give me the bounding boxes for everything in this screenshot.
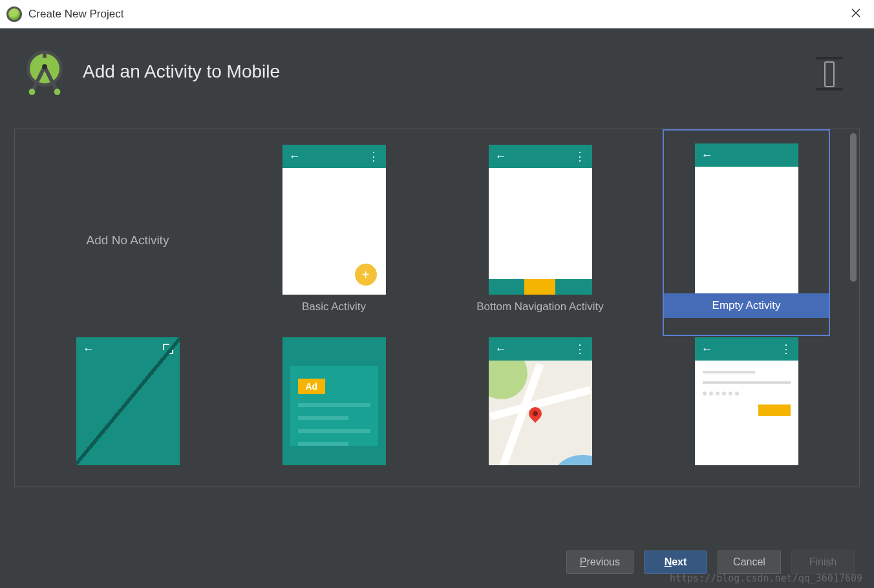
activity-preview: ← ⋮: [489, 145, 592, 295]
wizard-content: Add No Activity ← ⋮ + Basic Activity ←: [0, 114, 874, 536]
activity-tile-add-no-activity[interactable]: Add No Activity: [44, 129, 211, 336]
ad-badge: Ad: [298, 379, 326, 394]
activity-tile-basic-activity[interactable]: ← ⋮ + Basic Activity: [250, 129, 418, 336]
activity-preview: ← ⋮: [489, 337, 592, 465]
overflow-menu-icon: ⋮: [780, 347, 792, 351]
activity-label: Basic Activity: [250, 295, 418, 319]
svg-rect-2: [43, 51, 47, 58]
activity-tile-login-activity[interactable]: ← ⋮: [663, 336, 830, 465]
back-arrow-icon: ←: [495, 150, 507, 163]
window-titlebar: Create New Project: [0, 0, 874, 28]
activity-gallery: Add No Activity ← ⋮ + Basic Activity ←: [14, 129, 860, 487]
next-button[interactable]: Next: [644, 551, 707, 574]
svg-point-4: [54, 89, 61, 95]
close-icon[interactable]: [851, 6, 861, 21]
previous-button[interactable]: Previous: [566, 551, 634, 574]
android-studio-large-icon: [19, 47, 70, 97]
activity-tile-bottom-navigation-activity[interactable]: ← ⋮ Bottom Navigation Activity: [456, 129, 624, 336]
scrollbar-thumb[interactable]: [850, 133, 857, 282]
svg-point-5: [42, 64, 47, 69]
activity-label: Add No Activity: [44, 227, 211, 253]
back-arrow-icon: ←: [701, 149, 713, 162]
mobile-device-icon: [811, 54, 848, 92]
activity-tile-fullscreen-activity[interactable]: ←: [44, 336, 211, 465]
overflow-menu-icon: ⋮: [574, 347, 586, 351]
activity-preview: Ad: [282, 337, 386, 465]
page-title: Add an Activity to Mobile: [83, 61, 280, 82]
svg-point-3: [29, 89, 36, 95]
activity-preview: ← ⋮: [695, 337, 798, 465]
finish-button: Finish: [791, 551, 855, 574]
back-arrow-icon: ←: [701, 342, 713, 356]
overflow-menu-icon: ⋮: [368, 154, 379, 158]
wizard-header: Add an Activity to Mobile: [0, 28, 874, 114]
activity-tile-empty-activity[interactable]: ← Empty Activity: [663, 129, 830, 336]
overflow-menu-icon: ⋮: [574, 154, 586, 158]
back-arrow-icon: ←: [495, 342, 507, 356]
activity-tile-admob-ads-activity[interactable]: Ad: [250, 336, 418, 465]
android-studio-icon: [6, 6, 22, 22]
back-arrow-icon: ←: [289, 150, 301, 163]
activity-preview: ←: [76, 337, 180, 465]
cancel-button[interactable]: Cancel: [718, 551, 781, 574]
activity-tile-google-maps-activity[interactable]: ← ⋮: [456, 336, 624, 465]
wizard-footer: Previous Next Cancel Finish https://blog…: [0, 536, 874, 588]
activity-preview: ←: [695, 143, 798, 293]
svg-rect-8: [816, 88, 843, 90]
activity-preview: ← ⋮ +: [282, 145, 386, 295]
svg-rect-6: [816, 57, 843, 59]
watermark-text: https://blog.csdn.net/qq_36017609: [670, 572, 862, 584]
fab-icon: +: [355, 264, 377, 286]
svg-rect-7: [825, 62, 834, 87]
activity-label: Empty Activity: [663, 293, 830, 318]
window-title: Create New Project: [28, 8, 123, 21]
activity-label: Bottom Navigation Activity: [456, 295, 624, 319]
